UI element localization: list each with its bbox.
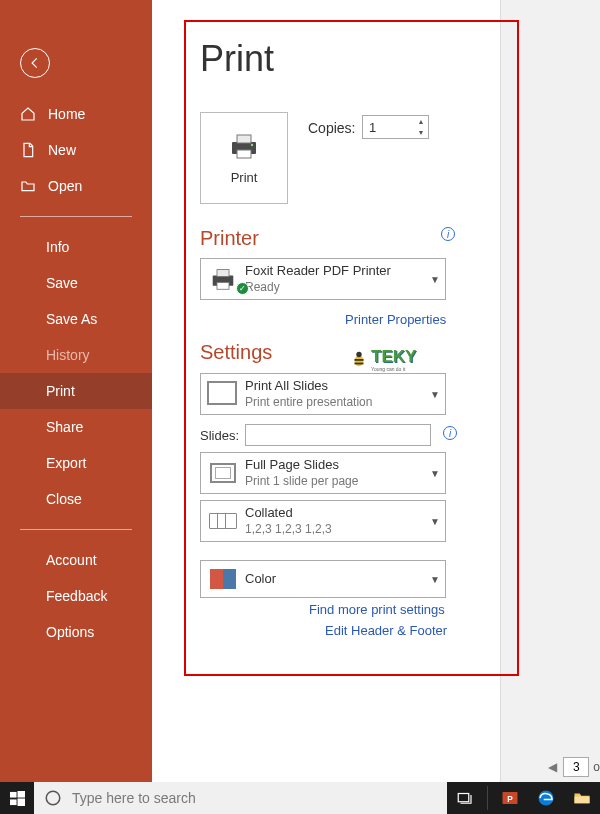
page-title: Print xyxy=(200,38,274,80)
svg-rect-9 xyxy=(355,363,364,365)
nav-print[interactable]: Print xyxy=(0,373,152,409)
nav-open[interactable]: Open xyxy=(0,168,152,204)
print-button-label: Print xyxy=(231,170,258,185)
svg-rect-11 xyxy=(10,791,17,797)
nav-info[interactable]: Info xyxy=(0,229,152,265)
separator xyxy=(487,786,488,810)
nav-label: Options xyxy=(46,624,94,640)
nav-label: Info xyxy=(46,239,69,255)
svg-point-15 xyxy=(46,791,60,805)
nav-label: New xyxy=(48,142,76,158)
nav-label: Feedback xyxy=(46,588,107,604)
taskview-icon xyxy=(456,789,474,807)
printer-info-icon[interactable]: i xyxy=(441,227,455,241)
printer-properties-link[interactable]: Printer Properties xyxy=(345,312,446,327)
nav-home[interactable]: Home xyxy=(0,96,152,132)
powerpoint-icon: P xyxy=(501,789,519,807)
search-placeholder: Type here to search xyxy=(72,790,196,806)
svg-rect-14 xyxy=(17,798,25,806)
taskbar-app-powerpoint[interactable]: P xyxy=(492,782,528,814)
nav-export[interactable]: Export xyxy=(0,445,152,481)
printer-check-icon xyxy=(209,267,237,291)
chevron-down-icon: ▼ xyxy=(425,574,445,585)
nav-save-as[interactable]: Save As xyxy=(0,301,152,337)
combo-title: Full Page Slides xyxy=(245,457,425,474)
svg-rect-16 xyxy=(458,794,469,802)
backstage-sidebar: Home New Open Info Save Save As History … xyxy=(0,0,152,782)
taskbar-search[interactable]: Type here to search xyxy=(34,782,447,814)
print-what-selector[interactable]: Print All Slides Print entire presentati… xyxy=(200,373,446,415)
combo-subtitle: Print 1 slide per page xyxy=(245,474,425,490)
nav-account[interactable]: Account xyxy=(0,542,152,578)
printer-name: Foxit Reader PDF Printer xyxy=(245,263,425,280)
taskview-button[interactable] xyxy=(447,782,483,814)
svg-rect-12 xyxy=(17,791,25,798)
nav-new[interactable]: New xyxy=(0,132,152,168)
copies-down[interactable]: ▼ xyxy=(414,127,428,138)
taskbar-app-explorer[interactable] xyxy=(564,782,600,814)
layout-selector[interactable]: Full Page Slides Print 1 slide per page … xyxy=(200,452,446,494)
svg-rect-2 xyxy=(237,150,251,158)
nav-label: Share xyxy=(46,419,83,435)
find-more-settings-link[interactable]: Find more print settings xyxy=(309,602,445,617)
combo-title: Print All Slides xyxy=(245,378,425,395)
home-icon xyxy=(20,106,36,122)
svg-rect-8 xyxy=(355,359,364,361)
bee-icon xyxy=(350,350,368,368)
printer-icon xyxy=(227,132,261,160)
nav-label: Save As xyxy=(46,311,97,327)
cortana-icon xyxy=(44,789,62,807)
svg-rect-20 xyxy=(575,797,590,804)
nav-label: Export xyxy=(46,455,86,471)
printer-selector[interactable]: ✓ Foxit Reader PDF Printer Ready ▼ xyxy=(200,258,446,300)
settings-section-title: Settings xyxy=(200,341,272,364)
nav-save[interactable]: Save xyxy=(0,265,152,301)
chevron-down-icon: ▼ xyxy=(425,389,445,400)
separator xyxy=(20,216,132,217)
svg-rect-1 xyxy=(237,135,251,143)
nav-feedback[interactable]: Feedback xyxy=(0,578,152,614)
svg-rect-5 xyxy=(217,270,229,277)
nav-label: History xyxy=(46,347,90,363)
taskbar-app-edge[interactable] xyxy=(528,782,564,814)
chevron-down-icon: ▼ xyxy=(425,274,445,285)
combo-subtitle: 1,2,3 1,2,3 1,2,3 xyxy=(245,522,425,538)
nav-close[interactable]: Close xyxy=(0,481,152,517)
svg-rect-6 xyxy=(217,282,229,289)
page-nav: ◀ o xyxy=(545,756,600,778)
page-of: o xyxy=(593,760,600,774)
slides-input[interactable] xyxy=(245,424,431,446)
slides-info-icon[interactable]: i xyxy=(443,426,457,440)
page-number-input[interactable] xyxy=(563,757,589,777)
copies-input[interactable] xyxy=(363,120,414,135)
start-button[interactable] xyxy=(0,782,34,814)
edit-header-footer-link[interactable]: Edit Header & Footer xyxy=(325,623,447,638)
check-badge-icon: ✓ xyxy=(236,282,249,295)
preview-area: ◀ o xyxy=(500,0,600,782)
nav-label: Print xyxy=(46,383,75,399)
print-panel: Print Print Copies: ▲ ▼ Printer i ✓ Foxi… xyxy=(152,0,600,782)
watermark: TEKY Young can do it xyxy=(350,346,440,372)
chevron-down-icon: ▼ xyxy=(425,516,445,527)
nav-options[interactable]: Options xyxy=(0,614,152,650)
copies-spinner[interactable]: ▲ ▼ xyxy=(362,115,429,139)
collate-selector[interactable]: Collated 1,2,3 1,2,3 1,2,3 ▼ xyxy=(200,500,446,542)
printer-section-title: Printer xyxy=(200,227,259,250)
prev-page[interactable]: ◀ xyxy=(545,760,559,774)
color-selector[interactable]: Color ▼ xyxy=(200,560,446,598)
combo-title: Collated xyxy=(245,505,425,522)
chevron-down-icon: ▼ xyxy=(425,468,445,479)
nav-label: Account xyxy=(46,552,97,568)
nav-history[interactable]: History xyxy=(0,337,152,373)
nav-label: Open xyxy=(48,178,82,194)
copies-up[interactable]: ▲ xyxy=(414,116,428,127)
back-button[interactable] xyxy=(20,48,50,78)
open-icon xyxy=(20,178,36,194)
taskbar: Type here to search P xyxy=(0,782,600,814)
nav-label: Home xyxy=(48,106,85,122)
color-icon xyxy=(210,569,236,589)
nav-share[interactable]: Share xyxy=(0,409,152,445)
svg-point-10 xyxy=(356,352,361,357)
print-button[interactable]: Print xyxy=(200,112,288,204)
svg-point-3 xyxy=(251,143,253,145)
